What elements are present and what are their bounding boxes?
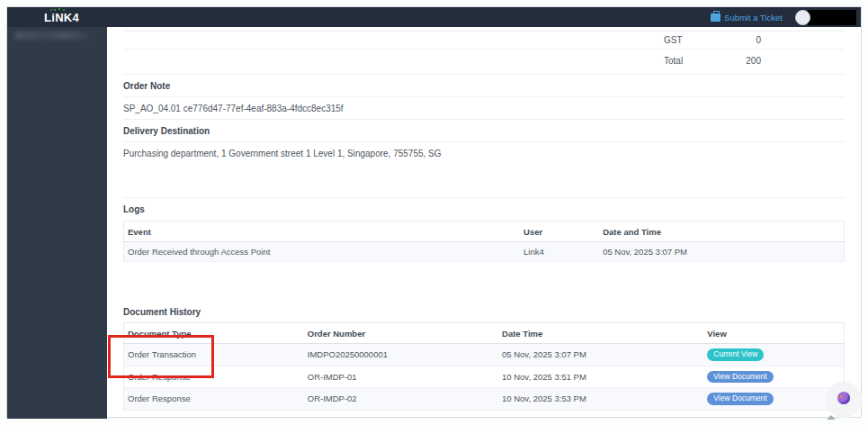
view-document-badge[interactable]: View Document <box>707 371 773 384</box>
gst-value: 0 <box>696 35 761 45</box>
logs-col-user: User <box>520 222 599 242</box>
user-avatar[interactable] <box>795 10 810 25</box>
table-row: Order Response OR-IMDP-01 10 Nov, 2025 3… <box>124 366 845 388</box>
logs-heading: Logs <box>123 204 845 214</box>
summary-row-total: Total 200 <box>123 50 845 75</box>
current-view-badge[interactable]: Current View <box>707 348 764 361</box>
doc-type: Order Transaction <box>124 344 304 366</box>
log-datetime: 05 Nov, 2025 3:07 PM <box>599 242 844 262</box>
log-user: Link4 <box>520 242 599 262</box>
extension-globe-icon[interactable] <box>837 392 850 404</box>
summary-row-gst: GST 0 <box>123 31 845 50</box>
document-history-heading: Document History <box>123 307 845 317</box>
sidebar-item-blurred[interactable] <box>14 32 88 40</box>
logs-col-datetime: Date and Time <box>599 222 844 242</box>
navbar-right-group: Submit a Ticket <box>711 10 856 25</box>
document-history-table: Document Type Order Number Date Time Vie… <box>123 322 845 411</box>
table-row: Order Transaction IMDPO20250000001 05 No… <box>124 344 845 366</box>
order-note-value: SP_AO_04.01 ce776d47-77ef-4eaf-883a-4fdc… <box>123 97 845 120</box>
doc-type: Order Response <box>124 366 304 388</box>
doc-number: IMDPO20250000001 <box>304 344 498 366</box>
top-navbar: LiNK4 Submit a Ticket <box>7 7 861 27</box>
table-row: Order Response OR-IMDP-02 10 Nov, 2025 3… <box>124 388 845 411</box>
submit-ticket-button[interactable]: Submit a Ticket <box>711 13 783 23</box>
app-window: LiNK4 Submit a Ticket GST 0 <box>6 6 862 418</box>
logs-table: Event User Date and Time Order Received … <box>123 221 845 262</box>
doc-number: OR-IMDP-02 <box>304 388 498 411</box>
main-content: GST 0 Total 200 Order Note SP_AO_04.01 c… <box>107 27 861 417</box>
logs-header-row: Event User Date and Time <box>124 222 845 242</box>
delivery-destination-value: Purchasing department, 1 Government stre… <box>123 142 845 198</box>
doc-col-view: View <box>703 323 844 344</box>
logs-row: Order Received through Access Point Link… <box>124 242 845 262</box>
doc-type: Order Response <box>124 388 304 411</box>
submit-ticket-label: Submit a Ticket <box>724 13 783 23</box>
log-event: Order Received through Access Point <box>124 242 521 262</box>
view-document-badge[interactable]: View Document <box>707 393 773 405</box>
delivery-destination-heading: Delivery Destination <box>123 120 845 142</box>
logs-col-event: Event <box>124 222 521 242</box>
order-note-heading: Order Note <box>123 75 845 97</box>
scroll-corner-icon <box>827 415 836 420</box>
gst-label: GST <box>664 35 696 45</box>
total-label: Total <box>664 56 696 66</box>
doc-datetime: 05 Nov, 2025 3:07 PM <box>498 344 703 366</box>
doc-col-datetime: Date Time <box>498 323 703 344</box>
total-value: 200 <box>696 56 761 66</box>
briefcase-icon <box>711 14 720 22</box>
doc-number: OR-IMDP-01 <box>304 366 498 388</box>
sidebar <box>7 27 107 419</box>
doc-datetime: 10 Nov, 2025 3:53 PM <box>498 388 703 411</box>
doc-col-number: Order Number <box>304 323 498 344</box>
page: LiNK4 Submit a Ticket GST 0 <box>0 0 868 425</box>
document-history-header-row: Document Type Order Number Date Time Vie… <box>124 323 845 344</box>
app-logo: LiNK4 <box>44 12 79 23</box>
doc-datetime: 10 Nov, 2025 3:51 PM <box>498 366 703 388</box>
doc-col-type: Document Type <box>124 323 304 344</box>
user-name-redacted[interactable] <box>808 10 856 25</box>
